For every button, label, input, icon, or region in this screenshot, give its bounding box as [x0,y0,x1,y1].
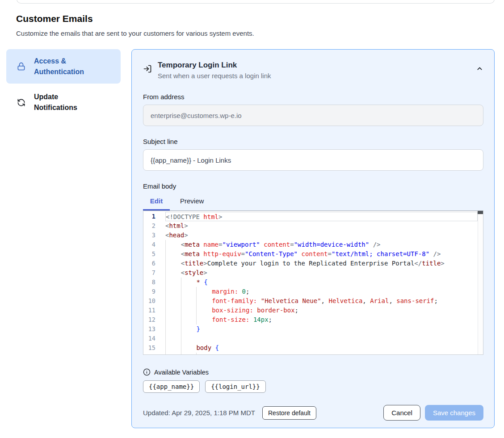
editor-code-area: <!DOCTYPE html><html><head> <meta name="… [161,211,483,354]
customer-emails-page: Customer Emails Customize the emails tha… [0,0,504,438]
available-variables-label: Available Variables [154,369,209,376]
code-line: body { [165,343,478,353]
collapse-button[interactable] [476,65,483,72]
card-header: Temporary Login Link Sent when a user re… [143,60,483,80]
line-number: 11 [143,306,161,315]
email-body-tabs: Edit Preview [143,196,483,211]
line-number: 4 [143,240,161,249]
from-address-input[interactable] [143,105,483,126]
subject-line-label: Subject line [143,138,483,145]
lock-icon [17,62,25,71]
code-line: <title>Complete your login to the Replic… [165,259,478,268]
from-address-label: From address [143,93,483,101]
line-number: 1 [143,212,161,221]
code-line: font-size: 14px; [165,315,478,324]
code-line: <html> [165,221,478,231]
sidebar-item-label: Update Notifications [34,92,101,113]
tab-label: Preview [180,197,204,205]
tab-edit[interactable]: Edit [143,196,170,211]
code-line: <meta name="viewport" content="width=dev… [165,240,478,249]
variable-chip-login-url[interactable]: {{login_url}} [205,380,266,393]
variable-chips: {{app_name}} {{login_url}} [143,380,483,393]
card-title: Temporary Login Link [158,60,271,70]
line-number: 10 [143,296,161,306]
page-subtitle: Customize the emails that are sent to yo… [16,29,254,37]
line-number: 3 [143,231,161,240]
email-body-label: Email body [143,182,483,190]
variable-chip-app-name[interactable]: {{app_name}} [143,380,200,393]
save-changes-button[interactable]: Save changes [425,405,483,421]
line-number: 8 [143,278,161,287]
line-number: 5 [143,249,161,259]
sidebar-item-label: Access & Authentication [34,56,101,77]
email-body-code-editor[interactable]: 12345678910111213141516 <!DOCTYPE html><… [143,211,483,355]
code-line: <head> [165,231,478,240]
email-types-sidebar: Access & Authentication Update Notificat… [6,49,121,113]
line-number: 2 [143,221,161,231]
chevron-up-icon [476,65,483,72]
code-line: <!DOCTYPE html> [165,212,478,221]
code-line: box-sizing: border-box; [165,306,478,315]
page-title: Customer Emails [16,13,93,24]
code-line: * { [165,278,478,287]
login-icon [143,64,152,73]
tab-preview[interactable]: Preview [174,196,210,211]
editor-line-number-gutter: 12345678910111213141516 [143,211,161,354]
tab-label: Edit [150,197,163,205]
code-line: font-family: "Helvetica Neue", Helvetica… [165,296,478,306]
code-line: <style> [165,268,478,278]
available-variables-row: Available Variables [143,368,483,376]
code-line [165,334,478,343]
line-number: 6 [143,259,161,268]
temporary-login-link-card: Temporary Login Link Sent when a user re… [131,49,495,428]
line-number: 16 [143,353,161,355]
code-line: } [165,324,478,334]
card-header-text: Temporary Login Link Sent when a user re… [158,60,271,80]
refresh-icon [17,98,25,107]
sidebar-item-access-authentication[interactable]: Access & Authentication [6,49,121,84]
line-number: 14 [143,334,161,343]
code-line: margin: 0; [165,287,478,296]
line-number: 12 [143,315,161,324]
editor-vertical-scrollbar[interactable] [478,211,483,354]
card-subtitle: Sent when a user requests a login link [158,72,271,80]
cancel-button[interactable]: Cancel [383,405,420,421]
line-number: 15 [143,343,161,353]
code-line: <meta http-equiv="Content-Type" content=… [165,249,478,259]
sidebar-item-update-notifications[interactable]: Update Notifications [6,92,121,113]
updated-timestamp: Updated: Apr 29, 2025, 1:18 PM MDT [143,409,255,417]
info-icon [143,368,151,376]
code-line: background-color: #f8f8f8; [165,353,478,354]
subject-line-input[interactable] [143,149,483,171]
line-number: 13 [143,324,161,334]
line-number: 9 [143,287,161,296]
restore-default-button[interactable]: Restore default [262,406,316,420]
scrollbar-thumb[interactable] [478,211,483,214]
card-footer: Updated: Apr 29, 2025, 1:18 PM MDT Resto… [143,405,483,421]
previous-card-bottom-edge [17,0,495,4]
line-number: 7 [143,268,161,278]
